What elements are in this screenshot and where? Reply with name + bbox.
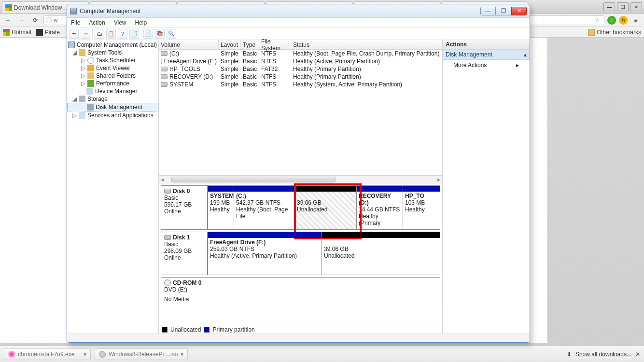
- back-button[interactable]: ←: [3, 15, 14, 26]
- tree-event-viewer[interactable]: ▷Event Viewer: [67, 64, 158, 72]
- volume-row[interactable]: FreeAgent Drive (F:)SimpleBasicNTFSHealt…: [159, 57, 442, 65]
- partition-c[interactable]: (C:)542.37 GB NTFSHealthy (Boot, Page Fi…: [234, 186, 294, 229]
- volume-row[interactable]: RECOVERY (D:)SimpleBasicNTFSHealthy (Pri…: [159, 73, 442, 81]
- extension-icon-2[interactable]: h: [619, 16, 628, 25]
- col-layout[interactable]: Layout: [219, 40, 241, 49]
- download-item-2[interactable]: Windows8-ReleasePr....iso ▾: [95, 348, 188, 360]
- expand-icon[interactable]: ▷: [72, 112, 77, 119]
- window-minimize-button[interactable]: —: [480, 7, 496, 15]
- cell: Basic: [241, 73, 259, 81]
- partition-system[interactable]: SYSTEM199 MBHealthy: [208, 186, 234, 229]
- tools-icon: [79, 49, 85, 56]
- col-status[interactable]: Status: [291, 40, 442, 49]
- bookmark-star-icon[interactable]: ☆: [593, 17, 602, 24]
- toolbar-btn-6[interactable]: 📚: [155, 29, 165, 39]
- toolbar-btn-5[interactable]: 📄: [143, 29, 153, 39]
- actions-panel: Actions Disk Management ▴ More Actions ▸: [443, 40, 530, 334]
- part-size: 103 MB: [405, 199, 438, 206]
- menu-action[interactable]: Action: [88, 19, 106, 27]
- volume-icon: [161, 82, 168, 87]
- app-titlebar[interactable]: Computer Management — ❐ ✕: [67, 4, 530, 18]
- expand-icon[interactable]: ▷: [81, 72, 85, 79]
- collapse-icon[interactable]: ▴: [524, 51, 527, 58]
- tree-root[interactable]: Computer Management (Local): [67, 41, 158, 49]
- volume-row[interactable]: (C:)SimpleBasicNTFSHealthy (Boot, Page F…: [159, 50, 442, 57]
- toolbar-back-button[interactable]: ⬅: [69, 29, 79, 39]
- chevron-down-icon[interactable]: ▾: [181, 351, 183, 358]
- chevron-down-icon[interactable]: ▾: [84, 351, 86, 358]
- volume-row[interactable]: SYSTEMSimpleBasicNTFSHealthy (System, Ac…: [159, 81, 442, 88]
- os-close-button[interactable]: ✕: [630, 2, 642, 11]
- scroll-right-icon[interactable]: ▸: [435, 176, 442, 183]
- part-name: SYSTEM: [210, 193, 234, 199]
- scroll-thumb[interactable]: [171, 177, 336, 182]
- tree-task-scheduler[interactable]: ▷Task Scheduler: [67, 56, 158, 64]
- chrome-menu-button[interactable]: ≡: [630, 15, 641, 26]
- tree-shared-folders[interactable]: ▷Shared Folders: [67, 72, 158, 80]
- close-shelf-button[interactable]: ✕: [635, 351, 640, 358]
- bookmark-pirate[interactable]: Pirate: [36, 29, 60, 36]
- tree-device-manager[interactable]: Device Manager: [67, 87, 158, 95]
- disk1-label[interactable]: Disk 1 Basic 298.09 GB Online: [161, 232, 208, 275]
- window-maximize-button[interactable]: ❐: [496, 7, 511, 15]
- other-bookmarks[interactable]: Other bookmarks: [588, 29, 641, 36]
- scroll-left-icon[interactable]: ◂: [159, 176, 166, 183]
- pirate-icon: [36, 29, 43, 36]
- mmc-icon: [70, 8, 77, 14]
- tree-performance[interactable]: ▷Performance: [67, 80, 158, 87]
- menu-help[interactable]: Help: [134, 19, 148, 27]
- disk-graphical-view: Disk 0 Basic 596.17 GB Online SYSTEM199 …: [159, 183, 442, 325]
- menu-file[interactable]: File: [70, 19, 81, 27]
- expand-icon[interactable]: ▷: [81, 57, 85, 64]
- toolbar-refresh-button[interactable]: 📋: [106, 29, 116, 39]
- partition-unallocated-1[interactable]: 39.06 GBUnallocated: [322, 232, 440, 275]
- collapse-icon[interactable]: ◢: [72, 96, 77, 102]
- volume-list-hscroll[interactable]: ◂ ▸: [159, 175, 442, 183]
- disk-status: Online: [164, 254, 204, 261]
- col-volume[interactable]: Volume: [159, 40, 219, 49]
- tree-storage[interactable]: ◢Storage: [67, 95, 158, 103]
- actions-label: More Actions: [453, 62, 487, 69]
- partition-hptools[interactable]: HP_TO103 MBHealthy: [403, 186, 440, 229]
- part-name: HP_TO: [405, 193, 424, 199]
- forward-button[interactable]: →: [16, 15, 27, 26]
- folder-icon: [588, 29, 595, 36]
- show-all-downloads[interactable]: Show all downloads...: [575, 351, 631, 358]
- collapse-icon[interactable]: ◢: [72, 49, 77, 56]
- bookmark-hotmail[interactable]: Hotmail: [3, 29, 31, 36]
- actions-diskmgmt[interactable]: Disk Management ▴: [443, 50, 530, 60]
- partition-recovery[interactable]: RECOVERY (D:)14.44 GB NTFSHealthy (Prima…: [356, 186, 403, 229]
- expand-icon[interactable]: ▷: [81, 80, 85, 87]
- toolbar-help-button[interactable]: ?: [118, 29, 127, 39]
- diskmgmt-icon: [87, 104, 94, 111]
- col-filesystem[interactable]: File System: [259, 40, 291, 49]
- tree-system-tools[interactable]: ◢System Tools: [67, 49, 158, 56]
- os-maximize-button[interactable]: ❐: [617, 2, 629, 11]
- menu-view[interactable]: View: [113, 19, 127, 27]
- partition-freeagent[interactable]: FreeAgent Drive (F:)259.03 GB NTFSHealth…: [208, 232, 322, 275]
- legend-swatch-primary: [204, 327, 210, 333]
- cell: Simple: [219, 57, 241, 65]
- download-item-1[interactable]: chromeinstall-7u9.exe ▾: [4, 348, 91, 360]
- tree-services[interactable]: ▷Services and Applications: [67, 111, 158, 119]
- actions-more[interactable]: More Actions ▸: [443, 60, 530, 70]
- tree-disk-management[interactable]: Disk Management: [67, 103, 158, 111]
- cd-icon: [164, 279, 171, 286]
- disk0-label[interactable]: Disk 0 Basic 596.17 GB Online: [161, 186, 208, 229]
- volume-row[interactable]: HP_TOOLSSimpleBasicFAT32Healthy (Primary…: [159, 65, 442, 73]
- expand-icon[interactable]: ▷: [81, 65, 85, 71]
- extension-icon-1[interactable]: [607, 16, 616, 25]
- toolbar-btn-7[interactable]: 🔍: [167, 29, 176, 39]
- partition-unallocated-0[interactable]: 39.06 GBUnallocated: [294, 186, 356, 229]
- nav-tree: Computer Management (Local) ◢System Tool…: [67, 40, 159, 334]
- window-close-button[interactable]: ✕: [511, 7, 527, 15]
- cell: Healthy (Primary Partition): [291, 73, 442, 81]
- col-type[interactable]: Type: [241, 40, 259, 49]
- cdrom-label[interactable]: CD-ROM 0 DVD (E:) No Media: [161, 278, 208, 307]
- volume-list: (C:)SimpleBasicNTFSHealthy (Boot, Page F…: [159, 50, 442, 175]
- toolbar-properties-button[interactable]: 📑: [129, 29, 139, 39]
- toolbar-forward-button[interactable]: ➡: [81, 29, 90, 39]
- toolbar-up-button[interactable]: 🗂: [95, 29, 104, 39]
- reload-button[interactable]: ⟳: [30, 15, 41, 26]
- os-minimize-button[interactable]: —: [603, 2, 615, 11]
